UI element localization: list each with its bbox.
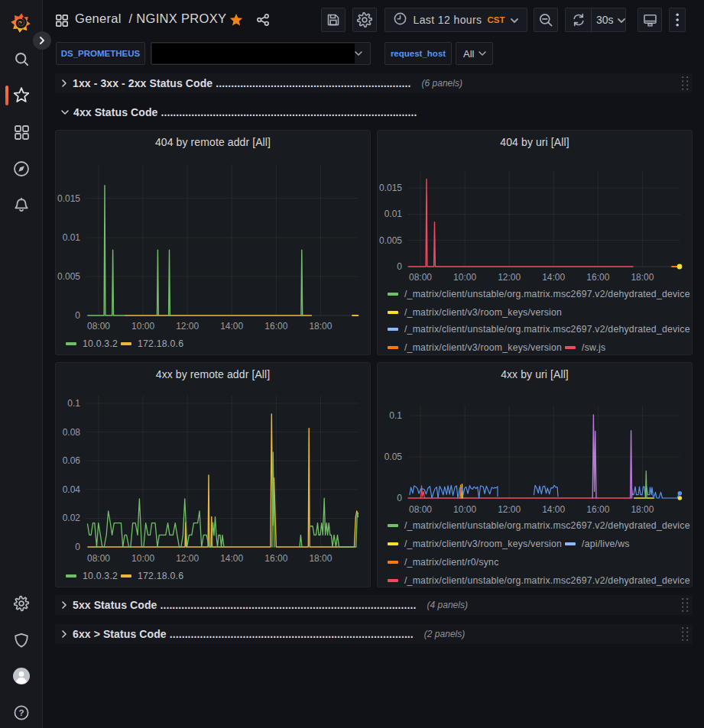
svg-text:16:00: 16:00	[586, 504, 609, 515]
svg-text:18:00: 18:00	[631, 504, 654, 515]
svg-text:0.1: 0.1	[67, 398, 80, 409]
svg-text:0.02: 0.02	[63, 513, 81, 523]
svg-text:16:00: 16:00	[264, 553, 287, 564]
svg-text:0.04: 0.04	[63, 484, 81, 495]
svg-text:10:00: 10:00	[131, 553, 154, 564]
svg-text:10:00: 10:00	[453, 272, 476, 283]
svg-text:14:00: 14:00	[220, 321, 243, 332]
svg-text:12:00: 12:00	[498, 504, 521, 515]
svg-text:08:00: 08:00	[409, 272, 432, 283]
svg-text:18:00: 18:00	[309, 553, 332, 564]
svg-text:0: 0	[397, 261, 402, 272]
svg-text:16:00: 16:00	[264, 321, 287, 332]
svg-text:0.015: 0.015	[57, 193, 80, 204]
svg-text:0: 0	[75, 310, 80, 321]
svg-text:0: 0	[397, 493, 402, 503]
svg-text:10:00: 10:00	[453, 504, 476, 515]
svg-text:0.06: 0.06	[63, 455, 81, 466]
svg-text:18:00: 18:00	[631, 272, 654, 283]
svg-text:0.1: 0.1	[389, 410, 402, 421]
svg-text:16:00: 16:00	[586, 272, 609, 283]
svg-text:0.08: 0.08	[63, 427, 81, 438]
svg-text:12:00: 12:00	[176, 553, 199, 564]
svg-text:14:00: 14:00	[220, 553, 243, 564]
svg-text:08:00: 08:00	[87, 553, 110, 564]
svg-text:08:00: 08:00	[87, 321, 110, 332]
svg-text:0.01: 0.01	[63, 232, 81, 243]
svg-text:?: ?	[18, 708, 24, 717]
svg-text:14:00: 14:00	[542, 504, 565, 515]
svg-text:12:00: 12:00	[498, 272, 521, 283]
svg-text:0: 0	[75, 542, 80, 552]
svg-text:18:00: 18:00	[309, 321, 332, 332]
svg-text:0.05: 0.05	[384, 451, 403, 462]
svg-text:0.01: 0.01	[384, 209, 403, 219]
svg-text:0.005: 0.005	[379, 235, 402, 246]
svg-text:14:00: 14:00	[542, 272, 565, 283]
svg-text:12:00: 12:00	[176, 321, 199, 332]
svg-text:10:00: 10:00	[131, 321, 154, 332]
svg-text:0.005: 0.005	[57, 271, 80, 282]
svg-text:0.015: 0.015	[379, 183, 402, 193]
svg-text:08:00: 08:00	[409, 504, 432, 515]
